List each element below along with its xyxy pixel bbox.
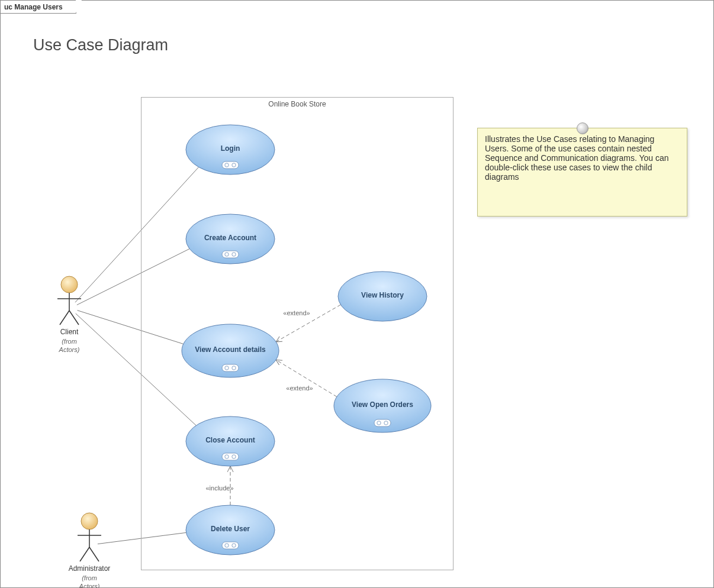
diagram-frame: uc Manage Users Use Case Diagram «extend… <box>0 0 714 588</box>
actor-sub2: Actors) <box>79 583 100 588</box>
actor-sub1: (from <box>82 574 97 581</box>
svg-line-27 <box>80 547 89 561</box>
svg-point-24 <box>81 513 98 529</box>
note-text: Illustrates the Use Cases relating to Ma… <box>485 134 669 182</box>
actor-admin[interactable]: Administrator(fromActors) <box>69 513 111 588</box>
pin-icon <box>577 122 588 134</box>
system-boundary-label: Online Book Store <box>141 100 453 108</box>
actor-client[interactable]: Client(fromActors) <box>57 276 81 353</box>
actor-sub1: (from <box>62 338 77 345</box>
actor-sub2: Actors) <box>59 346 80 353</box>
system-boundary: Online Book Store <box>141 97 454 570</box>
note: Illustrates the Use Cases relating to Ma… <box>477 128 687 217</box>
svg-point-19 <box>61 276 78 293</box>
svg-line-28 <box>89 547 99 561</box>
actor-name: Administrator <box>69 564 111 573</box>
svg-line-23 <box>69 311 79 325</box>
svg-line-22 <box>60 311 69 325</box>
actor-name: Client <box>60 328 79 336</box>
